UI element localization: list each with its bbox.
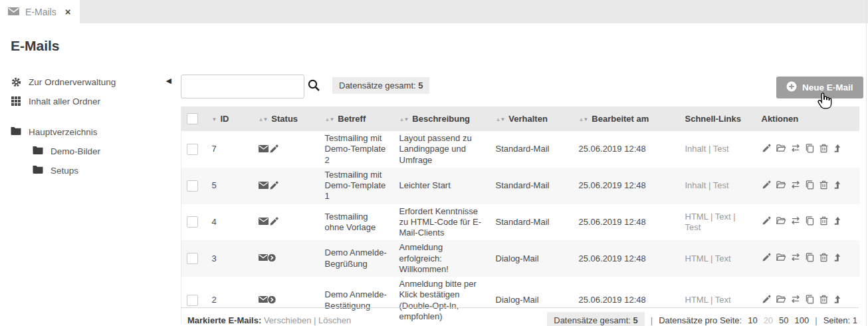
column-header-aktionen: Aktionen: [756, 106, 859, 131]
cell-verhalten: Standard-Mail: [490, 131, 574, 168]
cell-verhalten: Dialog-Mail: [490, 240, 574, 277]
copy-icon[interactable]: [805, 143, 815, 156]
sort-arrows-icon[interactable]: ▲▼: [579, 116, 588, 122]
column-header-betreff[interactable]: ▲▼Betreff: [320, 106, 394, 131]
quick-link-text[interactable]: Text: [715, 212, 731, 222]
copy-icon[interactable]: [805, 252, 815, 265]
delete-icon[interactable]: [819, 294, 829, 307]
records-total-badge: Datensätze gesamt: 5: [332, 77, 429, 94]
cell-beschreibung: Layout passend zu Landingpage und Umfrag…: [394, 131, 490, 168]
exchange-icon[interactable]: [790, 216, 801, 228]
per-page-option-100[interactable]: 100: [795, 315, 810, 325]
folder-open-icon[interactable]: [776, 294, 786, 307]
cell-aktionen: [756, 240, 859, 277]
sidebar-collapse-button[interactable]: ◀: [166, 77, 171, 85]
delete-icon[interactable]: [819, 180, 829, 192]
folder-open-icon[interactable]: [776, 143, 786, 156]
exchange-icon[interactable]: [790, 143, 801, 156]
column-header-verhalten[interactable]: ▲▼Verhalten: [490, 106, 574, 131]
cell-status: [253, 240, 320, 277]
delete-icon[interactable]: [819, 216, 829, 228]
actions-separator: |: [314, 315, 316, 325]
edit-icon[interactable]: [762, 294, 772, 307]
close-icon[interactable]: ×: [65, 7, 71, 17]
column-header-schnell-links: Schnell-Links: [680, 106, 756, 131]
folder-open-icon[interactable]: [776, 216, 786, 228]
sort-arrows-icon[interactable]: ▲▼: [325, 116, 334, 122]
folder-open-icon[interactable]: [776, 252, 786, 265]
search-icon[interactable]: [308, 79, 320, 94]
row-checkbox[interactable]: [187, 180, 198, 192]
quick-link-test[interactable]: Test: [713, 144, 729, 154]
envelope-edit-icon: [259, 180, 279, 192]
cell-aktionen: [756, 204, 859, 241]
per-page-option-10[interactable]: 10: [748, 315, 757, 325]
delete-link[interactable]: Löschen: [318, 315, 351, 325]
edit-icon[interactable]: [762, 180, 772, 192]
column-header-bearbeitet-am[interactable]: ▲▼Bearbeitet am: [574, 106, 680, 131]
exchange-icon[interactable]: [790, 180, 801, 192]
copy-icon[interactable]: [805, 216, 815, 228]
table-row: 7Testmailing mit Demo-Template 2Layout p…: [181, 131, 859, 168]
row-checkbox[interactable]: [187, 144, 198, 155]
folder-item-setups[interactable]: Setups: [11, 163, 178, 178]
sort-arrows-icon[interactable]: ▲▼: [259, 116, 268, 122]
row-checkbox[interactable]: [187, 295, 198, 306]
quick-link-text[interactable]: Text: [715, 295, 731, 305]
column-header-beschreibung[interactable]: ▲▼Beschreibung: [394, 106, 490, 131]
new-email-button[interactable]: Neue E-Mail: [776, 77, 863, 98]
quick-link-inhalt[interactable]: Inhalt: [685, 144, 706, 154]
quick-link-html[interactable]: HTML: [685, 295, 708, 305]
quick-link-test[interactable]: Test: [713, 180, 729, 190]
select-all-checkbox[interactable]: [187, 113, 198, 124]
quick-link-html[interactable]: HTML: [685, 253, 708, 263]
sidebar: Zur Ordnerverwaltung Inhalt aller Ordner…: [11, 75, 178, 182]
cell-beschreibung: Leichter Start: [394, 168, 490, 204]
folder-icon: [33, 165, 43, 176]
per-page-option-50[interactable]: 50: [779, 315, 788, 325]
edit-icon[interactable]: [762, 252, 772, 265]
search-input[interactable]: [181, 75, 304, 98]
sort-arrows-icon[interactable]: ▼: [212, 116, 217, 122]
row-checkbox[interactable]: [187, 216, 198, 228]
tab-emails[interactable]: E-Mails ×: [0, 0, 80, 23]
cell-bearbeitet-am: 25.06.2019 12:48: [574, 131, 680, 168]
export-icon[interactable]: [833, 180, 843, 192]
exchange-icon[interactable]: [790, 252, 801, 265]
sidebar-item-ordnerverwaltung[interactable]: Zur Ordnerverwaltung: [11, 75, 178, 89]
quick-link-text[interactable]: Text: [715, 253, 731, 263]
export-icon[interactable]: [833, 143, 843, 156]
column-header-id[interactable]: ▼ID: [207, 106, 253, 131]
cell-betreff: Testmailing mit Demo-Template 2: [320, 131, 394, 168]
cell-status: [253, 204, 320, 241]
exchange-icon[interactable]: [790, 294, 801, 307]
copy-icon[interactable]: [805, 180, 815, 192]
quick-link-test[interactable]: Test: [685, 222, 701, 232]
sort-arrows-icon[interactable]: ▲▼: [399, 116, 409, 122]
column-header-status[interactable]: ▲▼Status: [253, 106, 320, 131]
export-icon[interactable]: [833, 252, 843, 265]
edit-icon[interactable]: [762, 143, 772, 156]
quick-link-html[interactable]: HTML: [685, 212, 708, 222]
edit-icon[interactable]: [762, 216, 772, 228]
sort-arrows-icon[interactable]: ▲▼: [496, 116, 505, 122]
copy-icon[interactable]: [805, 294, 815, 307]
envelope-edit-icon: [259, 143, 279, 156]
export-icon[interactable]: [833, 294, 843, 307]
row-checkbox[interactable]: [187, 253, 198, 264]
delete-icon[interactable]: [819, 143, 829, 156]
per-page-options: 102050100: [748, 315, 809, 325]
export-icon[interactable]: [833, 216, 843, 228]
table-row: 4Testmailing ohne VorlageErfordert Kennt…: [181, 204, 859, 241]
delete-icon[interactable]: [819, 252, 829, 265]
folder-item-demo-bilder[interactable]: Demo-Bilder: [11, 144, 178, 158]
quick-link-inhalt[interactable]: Inhalt: [685, 180, 706, 190]
folder-label: Setups: [51, 166, 78, 176]
cell-id: 4: [207, 204, 253, 241]
sidebar-item-inhalt-aller-ordner[interactable]: Inhalt aller Ordner: [11, 94, 178, 108]
move-link[interactable]: Verschieben: [264, 315, 312, 325]
folder-item-hauptverzeichnis[interactable]: Hauptverzeichnis: [11, 124, 178, 139]
per-page-option-20: 20: [764, 315, 773, 325]
plus-circle-icon: [786, 81, 797, 94]
folder-open-icon[interactable]: [776, 180, 786, 192]
